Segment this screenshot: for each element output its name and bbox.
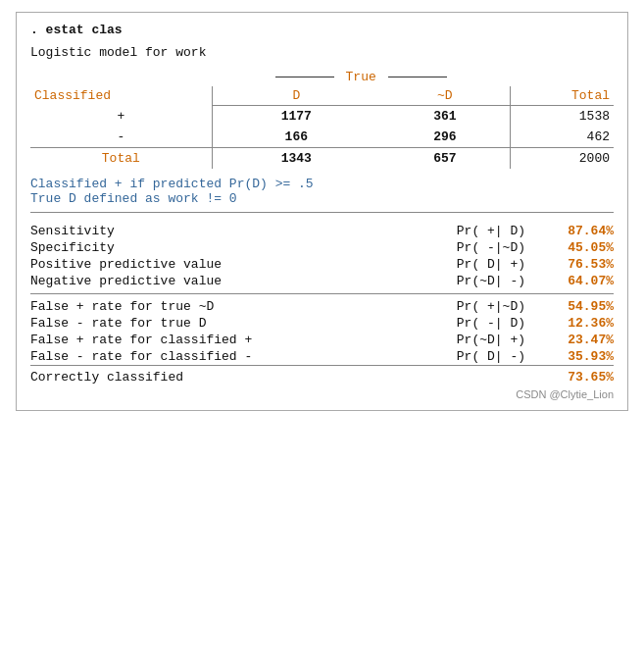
watermark: CSDN @Clytie_Lion: [30, 388, 614, 400]
correctly-label: Correctly classified: [30, 370, 183, 385]
stat-value: 45.05%: [545, 240, 614, 255]
notes: Classified + if predicted Pr(D) >= .5 Tr…: [30, 177, 614, 213]
col-notD-header: ~D: [380, 86, 510, 106]
stat-label: False + rate for true ~D: [30, 299, 214, 314]
stats-divider: [30, 293, 614, 294]
stat-value: 64.07%: [545, 274, 614, 288]
stat-value: 54.95%: [545, 299, 614, 314]
stat-label: False + rate for classified +: [30, 333, 252, 347]
stat-label: Sensitivity: [30, 224, 115, 238]
stat-row: False + rate for classified + Pr(~D| +) …: [30, 332, 614, 348]
col-classified-header: Classified: [30, 86, 212, 106]
model-title: Logistic model for work: [30, 45, 614, 60]
stat-row: Positive predictive value Pr( D| +) 76.5…: [30, 256, 614, 273]
row-minus-total: 462: [510, 127, 614, 148]
row-plus-D: 1177: [212, 106, 380, 128]
stat-row: False + rate for true ~D Pr( +|~D) 54.95…: [30, 298, 614, 315]
note-line2: True D defined as work != 0: [30, 191, 614, 206]
stat-value: 12.36%: [545, 316, 614, 331]
col-D-header: D: [212, 86, 380, 106]
classification-table: True Classified D ~D Total + 1177 361 15…: [30, 70, 614, 169]
stat-prob: Pr( D| +): [222, 257, 545, 272]
stat-prob: Pr( +| D): [115, 224, 545, 238]
stat-prob: Pr(~D| -): [222, 274, 545, 288]
note-line1: Classified + if predicted Pr(D) >= .5: [30, 177, 614, 191]
stats-section: Sensitivity Pr( +| D) 87.64% Specificity…: [30, 223, 614, 365]
stat-value: 76.53%: [545, 257, 614, 272]
total-total: 2000: [510, 148, 614, 170]
stat-prob: Pr( -| D): [206, 316, 545, 331]
row-minus-notD: 296: [380, 127, 510, 148]
stat-prob: Pr( +|~D): [214, 299, 545, 314]
stat-label: Positive predictive value: [30, 257, 222, 272]
total-label: Total: [30, 148, 212, 170]
row-plus-sign: +: [30, 106, 212, 128]
stat-row: Sensitivity Pr( +| D) 87.64%: [30, 223, 614, 239]
stat-row: False - rate for true D Pr( -| D) 12.36%: [30, 315, 614, 332]
stat-label: Negative predictive value: [30, 274, 222, 288]
stat-value: 87.64%: [545, 224, 614, 238]
col-total-header: Total: [510, 86, 614, 106]
true-header: True: [346, 70, 376, 84]
stat-row: Specificity Pr( -|~D) 45.05%: [30, 239, 614, 256]
total-D: 1343: [212, 148, 380, 170]
row-minus-sign: -: [30, 127, 212, 148]
row-minus-D: 166: [212, 127, 380, 148]
stat-value: 35.93%: [545, 349, 614, 364]
correctly-classified-row: Correctly classified 73.65%: [30, 365, 614, 385]
correctly-value: 73.65%: [568, 370, 614, 385]
row-plus-notD: 361: [380, 106, 510, 128]
stat-prob: Pr( -|~D): [115, 240, 545, 255]
stat-label: False - rate for classified -: [30, 349, 252, 364]
total-notD: 657: [380, 148, 510, 170]
stat-row: Negative predictive value Pr(~D| -) 64.0…: [30, 273, 614, 289]
stat-label: False - rate for true D: [30, 316, 206, 331]
stat-prob: Pr(~D| +): [252, 333, 545, 347]
stat-value: 23.47%: [545, 333, 614, 347]
row-plus-total: 1538: [510, 106, 614, 128]
stat-label: Specificity: [30, 240, 115, 255]
command-line: . estat clas: [30, 23, 614, 37]
stat-prob: Pr( D| -): [252, 349, 545, 364]
stat-row: False - rate for classified - Pr( D| -) …: [30, 348, 614, 365]
